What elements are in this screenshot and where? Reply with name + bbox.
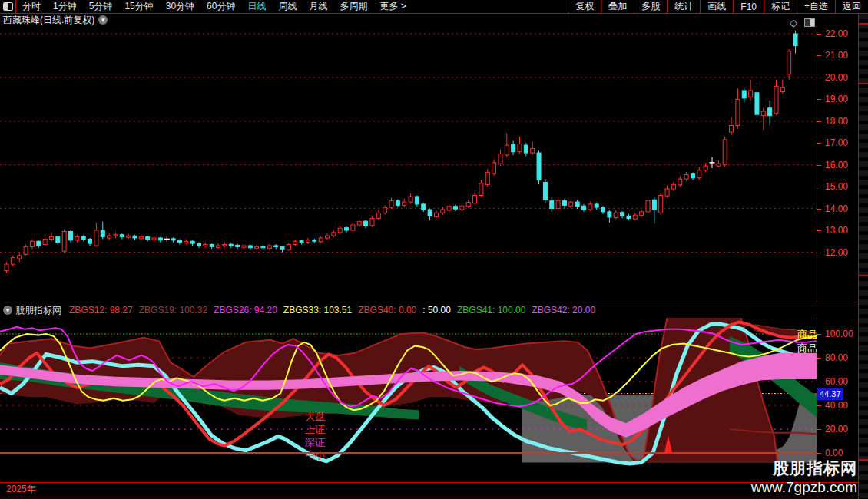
indicator-tick <box>817 429 821 430</box>
price-label-17.00: 17.00 <box>825 138 848 147</box>
period-item-月线[interactable]: 月线 <box>303 0 333 13</box>
price-axis-line <box>817 25 817 495</box>
period-item-分时[interactable]: 分时 <box>16 0 47 13</box>
watermark-site-name: 股朋指标网 <box>751 458 857 479</box>
indicator-field: : 50.00 <box>422 305 451 316</box>
chart-title-row: 西藏珠峰(日线.前复权) ▾ <box>3 15 108 25</box>
indicator-axis-label-80.00: 80.00 <box>825 353 848 362</box>
price-label-16.00: 16.00 <box>825 160 848 170</box>
price-tick <box>817 209 821 210</box>
price-label-14.00: 14.00 <box>825 204 848 213</box>
indicator-field: ZBGS19: 100.32 <box>139 305 207 316</box>
indicator-field: ZBGS26: 94.20 <box>214 305 277 316</box>
bottom-strip <box>0 496 868 499</box>
price-label-19.00: 19.00 <box>825 94 848 104</box>
price-tick <box>817 34 821 35</box>
action-button-复权[interactable]: 复权 <box>568 0 601 13</box>
indicator-axis-label-100.00: 100.00 <box>825 329 853 339</box>
indicator-axis-label-20.00: 20.00 <box>825 425 848 434</box>
window-icon <box>3 2 13 11</box>
indicator-tick <box>817 382 821 382</box>
price-label-20.00: 20.00 <box>825 73 848 82</box>
indicator-axis-label-40.00: 40.00 <box>825 401 848 410</box>
indicator-tick <box>817 358 821 359</box>
period-item-60分钟[interactable]: 60分钟 <box>200 0 241 13</box>
price-tick <box>817 78 821 78</box>
action-button-叠加[interactable]: 叠加 <box>601 0 634 13</box>
date-axis: 2025年 891011121 <box>0 482 868 497</box>
indicator-field: ZBGS40: 0.00 <box>358 305 416 316</box>
strip-separator <box>859 83 868 84</box>
indicator-axis-label-0.00: 0.00 <box>825 448 843 458</box>
period-item-30分钟[interactable]: 30分钟 <box>160 0 200 13</box>
price-label-15.00: 15.00 <box>825 182 848 191</box>
price-label-12.00: 12.00 <box>825 248 848 257</box>
price-label-22.00: 22.00 <box>825 29 848 38</box>
period-item-多周期[interactable]: 多周期 <box>333 0 373 13</box>
period-item-1分钟[interactable]: 1分钟 <box>47 0 83 13</box>
action-button-+自选[interactable]: +自选 <box>797 0 835 13</box>
app-window: { "toolbar": { "left_items": ["分时","1分钟"… <box>0 0 868 499</box>
action-button-F10[interactable]: F10 <box>733 0 764 13</box>
price-label-21.00: 21.00 <box>825 51 848 60</box>
price-tick <box>817 121 821 122</box>
indicator-value-badge: 44.37 <box>817 388 843 400</box>
period-item-日线[interactable]: 日线 <box>241 0 272 13</box>
indicator-field: ZBGS33: 103.51 <box>283 305 352 316</box>
indicator-pane[interactable] <box>0 318 817 482</box>
price-tick <box>817 99 821 100</box>
price-tick <box>817 143 821 144</box>
action-button-画线[interactable]: 画线 <box>700 0 733 13</box>
indicator-tick <box>817 405 821 406</box>
price-tick <box>817 165 821 166</box>
price-tick <box>817 187 821 187</box>
period-menu: 分时1分钟5分钟15分钟30分钟60分钟日线周线月线多周期更多 > <box>16 0 568 13</box>
strip-separator <box>859 459 868 461</box>
indicator-site-label: 股朋指标网 <box>15 304 61 317</box>
indicator-header: ▾ 股朋指标网 ZBGS12: 98.27ZBGS19: 100.32ZBGS2… <box>0 302 868 318</box>
period-item-更多 >[interactable]: 更多 > <box>373 0 412 13</box>
price-label-13.00: 13.00 <box>825 226 848 235</box>
indicator-field: ZBGS41: 100.00 <box>457 305 525 316</box>
action-button-多股[interactable]: 多股 <box>634 0 667 13</box>
period-item-5分钟[interactable]: 5分钟 <box>83 0 119 13</box>
indicator-tick <box>817 453 821 454</box>
main-candle-chart[interactable] <box>0 25 817 301</box>
year-label: 2025年 <box>6 483 36 495</box>
indicator-field: ZBGS12: 98.27 <box>69 305 133 316</box>
price-label-18.00: 18.00 <box>825 117 848 126</box>
stock-title: 西藏珠峰(日线.前复权) <box>3 14 94 27</box>
action-button-统计[interactable]: 统计 <box>667 0 700 13</box>
chevron-down-icon[interactable]: ▾ <box>98 15 108 25</box>
price-tick <box>817 253 821 253</box>
right-edge-strip[interactable] <box>858 14 868 499</box>
indicator-tick <box>817 334 821 335</box>
indicator-axis-label-60.00: 60.00 <box>825 377 848 386</box>
watermark-url: www.7gpzb.com <box>751 479 857 496</box>
indicator-field: ZBGS42: 20.00 <box>532 305 595 316</box>
price-tick <box>817 55 821 56</box>
price-tick <box>817 230 821 231</box>
action-menu: 复权叠加多股统计画线F10标记+自选返回 <box>568 0 868 13</box>
strip-separator <box>859 275 868 276</box>
window-icon-box[interactable] <box>0 0 16 13</box>
period-item-15分钟[interactable]: 15分钟 <box>118 0 159 13</box>
action-button-返回[interactable]: 返回 <box>835 0 868 13</box>
action-button-标记[interactable]: 标记 <box>764 0 797 13</box>
indicator-chevron-icon[interactable]: ▾ <box>3 306 12 315</box>
indicator-values: ZBGS12: 98.27ZBGS19: 100.32ZBGS26: 94.20… <box>69 305 601 316</box>
period-item-周线[interactable]: 周线 <box>272 0 303 13</box>
top-toolbar: 分时1分钟5分钟15分钟30分钟60分钟日线周线月线多周期更多 > 复权叠加多股… <box>0 0 868 14</box>
strip-separator <box>859 23 868 25</box>
watermark: 股朋指标网 www.7gpzb.com <box>751 458 857 496</box>
